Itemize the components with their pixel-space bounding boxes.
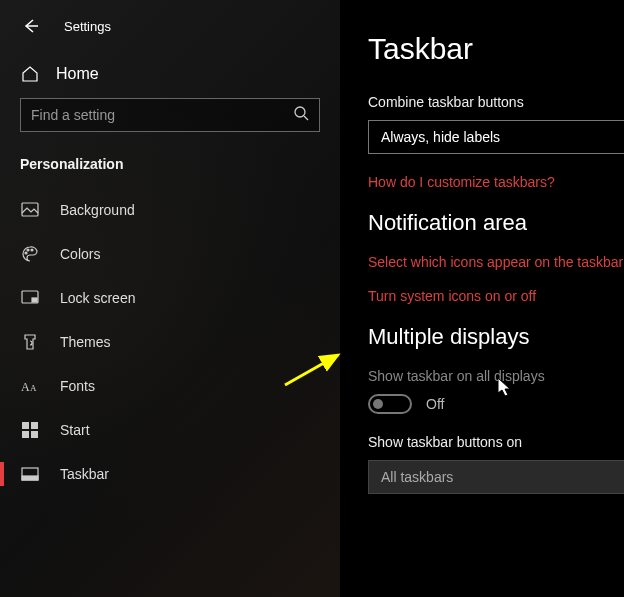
main-content: Taskbar Combine taskbar buttons Always, … [340,0,624,597]
show-buttons-dropdown[interactable]: All taskbars [368,460,624,494]
search-input[interactable] [31,107,293,123]
sidebar-item-start[interactable]: Start [0,408,340,452]
sidebar-item-label: Colors [60,246,100,262]
sidebar-item-label: Start [60,422,90,438]
svg-rect-1 [22,203,38,216]
section-displays: Multiple displays [368,324,624,350]
toggle-state: Off [426,396,444,412]
themes-icon [20,332,40,352]
sidebar-item-label: Lock screen [60,290,135,306]
sidebar-item-label: Fonts [60,378,95,394]
svg-rect-10 [31,422,38,429]
home-label: Home [56,65,99,83]
picture-icon [20,200,40,220]
link-system-icons[interactable]: Turn system icons on or off [368,288,624,304]
combine-dropdown[interactable]: Always, hide labels [368,120,624,154]
sidebar-item-background[interactable]: Background [0,188,340,232]
sidebar-item-colors[interactable]: Colors [0,232,340,276]
combine-value: Always, hide labels [381,129,500,145]
settings-title: Settings [64,19,111,34]
show-all-label: Show taskbar on all displays [368,368,624,384]
svg-point-2 [25,252,27,254]
sidebar-item-lockscreen[interactable]: Lock screen [0,276,340,320]
svg-point-0 [295,107,305,117]
svg-rect-14 [22,476,38,480]
search-icon [293,105,309,125]
svg-text:A: A [30,383,37,393]
combine-label: Combine taskbar buttons [368,94,624,110]
lockscreen-icon [20,288,40,308]
sidebar-item-themes[interactable]: Themes [0,320,340,364]
fonts-icon: A A [20,376,40,396]
sidebar-item-fonts[interactable]: A A Fonts [0,364,340,408]
show-buttons-value: All taskbars [381,469,453,485]
svg-rect-11 [22,431,29,438]
search-box[interactable] [20,98,320,132]
section-title: Personalization [0,148,340,188]
section-notification: Notification area [368,210,624,236]
back-button[interactable] [20,16,40,36]
sidebar-item-label: Themes [60,334,111,350]
svg-rect-9 [22,422,29,429]
show-buttons-label: Show taskbar buttons on [368,434,624,450]
palette-icon [20,244,40,264]
show-all-toggle[interactable] [368,394,412,414]
link-select-icons[interactable]: Select which icons appear on the taskbar [368,254,624,270]
home-nav[interactable]: Home [0,52,340,98]
page-title: Taskbar [368,32,624,66]
taskbar-icon [20,464,40,484]
home-icon [20,64,40,84]
svg-rect-12 [31,431,38,438]
link-customize[interactable]: How do I customize taskbars? [368,174,624,190]
svg-point-4 [31,249,33,251]
start-icon [20,420,40,440]
svg-point-3 [27,249,29,251]
sidebar-item-label: Taskbar [60,466,109,482]
sidebar: Settings Home Personalization [0,0,340,597]
svg-text:A: A [21,380,30,394]
svg-rect-6 [32,298,37,302]
sidebar-item-label: Background [60,202,135,218]
sidebar-item-taskbar[interactable]: Taskbar [0,452,340,496]
